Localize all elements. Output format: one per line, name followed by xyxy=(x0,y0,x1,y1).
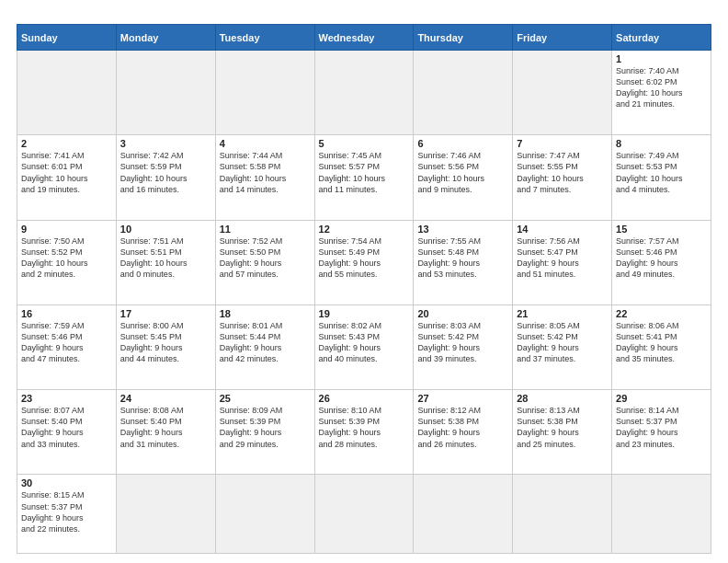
day-info: Sunrise: 7:54 AM Sunset: 5:49 PM Dayligh… xyxy=(319,236,382,279)
day-number: 3 xyxy=(120,138,211,149)
calendar-cell: 12Sunrise: 7:54 AM Sunset: 5:49 PM Dayli… xyxy=(314,220,414,304)
day-number: 12 xyxy=(319,224,410,235)
day-info: Sunrise: 8:10 AM Sunset: 5:39 PM Dayligh… xyxy=(319,406,382,448)
weekday-header-tuesday: Tuesday xyxy=(215,25,314,51)
day-number: 29 xyxy=(616,393,707,404)
day-info: Sunrise: 8:01 AM Sunset: 5:44 PM Dayligh… xyxy=(220,321,283,363)
day-info: Sunrise: 7:41 AM Sunset: 6:01 PM Dayligh… xyxy=(21,151,88,193)
day-info: Sunrise: 8:06 AM Sunset: 5:41 PM Dayligh… xyxy=(616,321,679,363)
day-number: 1 xyxy=(616,53,707,64)
day-info: Sunrise: 8:14 AM Sunset: 5:37 PM Dayligh… xyxy=(616,406,679,448)
weekday-header-wednesday: Wednesday xyxy=(314,25,414,51)
day-info: Sunrise: 8:02 AM Sunset: 5:43 PM Dayligh… xyxy=(319,321,382,363)
calendar-cell: 30Sunrise: 8:15 AM Sunset: 5:37 PM Dayli… xyxy=(17,475,117,554)
calendar-cell: 15Sunrise: 7:57 AM Sunset: 5:46 PM Dayli… xyxy=(612,220,711,304)
day-number: 20 xyxy=(417,308,508,319)
day-info: Sunrise: 7:46 AM Sunset: 5:56 PM Dayligh… xyxy=(417,151,484,193)
day-number: 18 xyxy=(220,308,311,319)
day-number: 4 xyxy=(220,138,311,149)
calendar-cell xyxy=(314,51,414,135)
calendar-cell xyxy=(612,475,711,554)
day-number: 17 xyxy=(120,308,211,319)
calendar-cell: 29Sunrise: 8:14 AM Sunset: 5:37 PM Dayli… xyxy=(612,390,711,475)
calendar-cell: 27Sunrise: 8:12 AM Sunset: 5:38 PM Dayli… xyxy=(414,390,513,475)
calendar-cell: 11Sunrise: 7:52 AM Sunset: 5:50 PM Dayli… xyxy=(215,220,314,304)
day-number: 10 xyxy=(120,224,211,235)
day-info: Sunrise: 7:40 AM Sunset: 6:02 PM Dayligh… xyxy=(616,66,683,109)
calendar-cell: 2Sunrise: 7:41 AM Sunset: 6:01 PM Daylig… xyxy=(17,135,117,220)
day-info: Sunrise: 8:00 AM Sunset: 5:45 PM Dayligh… xyxy=(120,321,184,363)
calendar-cell xyxy=(17,51,117,135)
day-info: Sunrise: 8:03 AM Sunset: 5:42 PM Dayligh… xyxy=(417,321,481,363)
day-info: Sunrise: 7:42 AM Sunset: 5:59 PM Dayligh… xyxy=(120,151,188,193)
calendar-cell: 19Sunrise: 8:02 AM Sunset: 5:43 PM Dayli… xyxy=(314,304,414,389)
day-number: 30 xyxy=(21,477,112,488)
day-number: 28 xyxy=(517,393,608,404)
weekday-header-monday: Monday xyxy=(116,25,215,51)
day-info: Sunrise: 8:05 AM Sunset: 5:42 PM Dayligh… xyxy=(517,321,580,363)
day-info: Sunrise: 7:51 AM Sunset: 5:51 PM Dayligh… xyxy=(120,236,188,279)
day-number: 11 xyxy=(220,224,311,235)
calendar-cell: 7Sunrise: 7:47 AM Sunset: 5:55 PM Daylig… xyxy=(513,135,612,220)
day-info: Sunrise: 7:45 AM Sunset: 5:57 PM Dayligh… xyxy=(319,151,386,193)
calendar-cell xyxy=(513,475,612,554)
calendar-cell xyxy=(116,475,215,554)
day-info: Sunrise: 7:57 AM Sunset: 5:46 PM Dayligh… xyxy=(616,236,679,279)
calendar-cell: 24Sunrise: 8:08 AM Sunset: 5:40 PM Dayli… xyxy=(116,390,215,475)
day-number: 21 xyxy=(517,308,608,319)
day-number: 9 xyxy=(21,224,112,235)
day-info: Sunrise: 8:07 AM Sunset: 5:40 PM Dayligh… xyxy=(21,406,85,448)
calendar-cell xyxy=(116,51,215,135)
calendar-cell xyxy=(314,475,414,554)
day-number: 14 xyxy=(517,224,608,235)
day-number: 27 xyxy=(417,393,508,404)
calendar-cell xyxy=(414,51,513,135)
day-number: 24 xyxy=(120,393,211,404)
day-number: 7 xyxy=(517,138,608,149)
calendar-cell xyxy=(215,51,314,135)
day-info: Sunrise: 8:08 AM Sunset: 5:40 PM Dayligh… xyxy=(120,406,184,448)
day-info: Sunrise: 7:49 AM Sunset: 5:53 PM Dayligh… xyxy=(616,151,683,193)
calendar-cell: 9Sunrise: 7:50 AM Sunset: 5:52 PM Daylig… xyxy=(17,220,117,304)
calendar-cell: 13Sunrise: 7:55 AM Sunset: 5:48 PM Dayli… xyxy=(414,220,513,304)
calendar-cell: 14Sunrise: 7:56 AM Sunset: 5:47 PM Dayli… xyxy=(513,220,612,304)
day-info: Sunrise: 7:55 AM Sunset: 5:48 PM Dayligh… xyxy=(417,236,481,279)
calendar-cell: 10Sunrise: 7:51 AM Sunset: 5:51 PM Dayli… xyxy=(116,220,215,304)
calendar-cell: 16Sunrise: 7:59 AM Sunset: 5:46 PM Dayli… xyxy=(17,304,117,389)
day-number: 15 xyxy=(616,224,707,235)
calendar-cell: 1Sunrise: 7:40 AM Sunset: 6:02 PM Daylig… xyxy=(612,51,711,135)
calendar-cell: 20Sunrise: 8:03 AM Sunset: 5:42 PM Dayli… xyxy=(414,304,513,389)
calendar-cell: 4Sunrise: 7:44 AM Sunset: 5:58 PM Daylig… xyxy=(215,135,314,220)
day-number: 16 xyxy=(21,308,112,319)
day-info: Sunrise: 7:44 AM Sunset: 5:58 PM Dayligh… xyxy=(220,151,287,193)
calendar-cell: 8Sunrise: 7:49 AM Sunset: 5:53 PM Daylig… xyxy=(612,135,711,220)
day-info: Sunrise: 7:56 AM Sunset: 5:47 PM Dayligh… xyxy=(517,236,580,279)
calendar-cell: 22Sunrise: 8:06 AM Sunset: 5:41 PM Dayli… xyxy=(612,304,711,389)
calendar-table: SundayMondayTuesdayWednesdayThursdayFrid… xyxy=(17,24,711,554)
weekday-header-thursday: Thursday xyxy=(414,25,513,51)
day-number: 5 xyxy=(319,138,410,149)
calendar-cell: 25Sunrise: 8:09 AM Sunset: 5:39 PM Dayli… xyxy=(215,390,314,475)
calendar-cell: 26Sunrise: 8:10 AM Sunset: 5:39 PM Dayli… xyxy=(314,390,414,475)
calendar-cell: 17Sunrise: 8:00 AM Sunset: 5:45 PM Dayli… xyxy=(116,304,215,389)
day-number: 22 xyxy=(616,308,707,319)
calendar-cell xyxy=(414,475,513,554)
calendar-cell: 23Sunrise: 8:07 AM Sunset: 5:40 PM Dayli… xyxy=(17,390,117,475)
calendar-cell: 18Sunrise: 8:01 AM Sunset: 5:44 PM Dayli… xyxy=(215,304,314,389)
calendar-cell: 6Sunrise: 7:46 AM Sunset: 5:56 PM Daylig… xyxy=(414,135,513,220)
day-number: 19 xyxy=(319,308,410,319)
day-number: 23 xyxy=(21,393,112,404)
day-info: Sunrise: 7:50 AM Sunset: 5:52 PM Dayligh… xyxy=(21,236,88,279)
day-info: Sunrise: 7:59 AM Sunset: 5:46 PM Dayligh… xyxy=(21,321,85,363)
day-info: Sunrise: 8:09 AM Sunset: 5:39 PM Dayligh… xyxy=(220,406,283,448)
day-number: 13 xyxy=(417,224,508,235)
page: General Blue SundayMondayTuesdayWednesda… xyxy=(0,0,728,563)
day-number: 8 xyxy=(616,138,707,149)
day-number: 6 xyxy=(417,138,508,149)
calendar-cell: 21Sunrise: 8:05 AM Sunset: 5:42 PM Dayli… xyxy=(513,304,612,389)
weekday-header-sunday: Sunday xyxy=(17,25,117,51)
day-number: 26 xyxy=(319,393,410,404)
calendar-cell: 28Sunrise: 8:13 AM Sunset: 5:38 PM Dayli… xyxy=(513,390,612,475)
day-info: Sunrise: 8:13 AM Sunset: 5:38 PM Dayligh… xyxy=(517,406,580,448)
day-info: Sunrise: 8:12 AM Sunset: 5:38 PM Dayligh… xyxy=(417,406,481,448)
